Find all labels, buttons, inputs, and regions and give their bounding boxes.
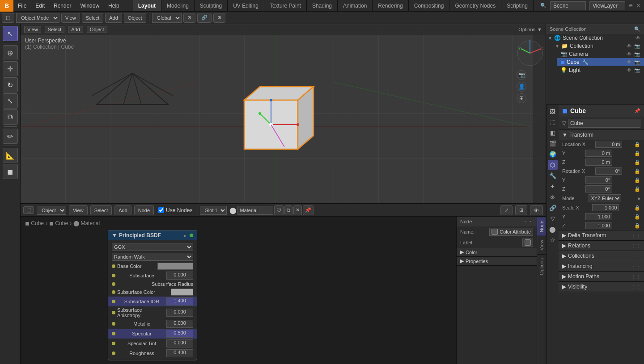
select-btn[interactable]: Select — [82, 13, 104, 23]
node-canvas[interactable]: ◼ Cube › ◼ Cube › ⬤ Material ▼ Principle… — [21, 217, 456, 364]
scene-name-input[interactable] — [550, 1, 586, 10]
mat-copy-btn[interactable]: ⧉ — [284, 205, 292, 215]
node-tab[interactable]: Node — [537, 217, 546, 236]
tab-geometry-nodes[interactable]: Geometry Nodes — [449, 0, 501, 11]
base-color-field[interactable] — [157, 263, 193, 270]
tab-texture-paint[interactable]: Texture Paint — [264, 0, 307, 11]
subsurface-value[interactable]: 0.000 — [166, 272, 193, 280]
output-props-icon[interactable]: ⬚ — [548, 117, 558, 127]
node-select-menu[interactable]: Select — [90, 205, 112, 215]
material-name-input[interactable] — [237, 206, 273, 215]
annotate-tool[interactable]: ✏ — [3, 129, 18, 144]
collection-item[interactable]: ▼ 📁 Collection 👁 📷 — [551, 42, 644, 50]
rot-lock-z[interactable]: 🔒 — [634, 186, 640, 192]
visibility-header[interactable]: ▶ Visibility ⋮⋮ — [559, 282, 644, 292]
bsdf-row-subsurf-ior[interactable]: Subsurface IOR 1.400 — [108, 297, 197, 306]
bsdf-row-specular[interactable]: Specular 0.500 — [108, 329, 197, 339]
scale-x-value[interactable]: 1.000 — [592, 204, 619, 211]
metallic-value[interactable]: 0.000 — [166, 320, 193, 328]
bsdf-collapse-arrow[interactable]: ▼ — [112, 232, 117, 238]
delta-more[interactable]: ⋮⋮ — [631, 233, 640, 238]
view-btn[interactable]: View — [61, 13, 80, 23]
collections-header[interactable]: ▶ Collections ⋮⋮ — [559, 251, 644, 261]
3d-viewport[interactable]: View Select Add Object Options ▼ User Pe… — [21, 24, 546, 203]
tab-uv-editing[interactable]: UV Editing — [228, 0, 264, 11]
slot-select[interactable]: Slot 1 — [200, 206, 227, 215]
world-props-icon[interactable]: 🌍 — [548, 149, 558, 159]
scale-lock-x[interactable]: 🔒 — [634, 205, 640, 211]
outliner-filter[interactable]: 🔍 — [634, 26, 640, 32]
object-menu-btn[interactable]: Object — [87, 26, 107, 33]
view-menu-btn[interactable]: View — [24, 26, 41, 33]
camera-eye[interactable]: 👁 — [627, 51, 631, 57]
camera-render[interactable]: 📷 — [634, 51, 640, 57]
proportional-btn[interactable]: ⊛ — [213, 13, 225, 23]
tab-modeling[interactable]: Modeling — [161, 0, 195, 11]
motion-paths-header[interactable]: ▶ Motion Paths ⋮⋮ — [559, 272, 644, 281]
coll-render[interactable]: 📷 — [634, 43, 640, 49]
lock-y-icon[interactable]: 🔒 — [634, 151, 640, 156]
light-item[interactable]: 💡 Light 👁 📷 — [557, 66, 644, 74]
data-props-icon[interactable]: ▽ — [548, 213, 558, 223]
instancing-more[interactable]: ⋮⋮ — [631, 264, 640, 269]
pin-icon[interactable]: 📌 — [634, 108, 640, 114]
menu-render[interactable]: Render — [49, 0, 76, 11]
light-render[interactable]: 📷 — [634, 67, 640, 73]
node-panel-props-section[interactable]: ▶ Properties — [457, 257, 537, 266]
particles-props-icon[interactable]: ✦ — [548, 181, 558, 191]
motion-more[interactable]: ⋮⋮ — [631, 274, 640, 279]
menu-edit[interactable]: Edit — [31, 0, 49, 11]
rot-lock-x[interactable]: 🔒 — [634, 168, 640, 174]
transform-select[interactable]: Global Local — [152, 13, 182, 23]
node-fit-btn[interactable]: ⤢ — [500, 205, 513, 215]
person-view-btn[interactable]: 👤 — [517, 82, 526, 92]
rotate-tool[interactable]: ↻ — [3, 77, 18, 92]
specular-tint-value[interactable]: 0.000 — [166, 339, 193, 347]
specular-value[interactable]: 0.500 — [166, 330, 193, 338]
object-btn[interactable]: Object — [124, 13, 146, 23]
scale-lock-y[interactable]: 🔒 — [634, 214, 640, 220]
mat-shield-btn[interactable]: 🛡 — [274, 205, 284, 215]
object-props-icon[interactable]: ⬡ — [548, 160, 558, 170]
node-overlay-btn[interactable]: ⊞ — [515, 205, 527, 215]
measure-tool[interactable]: 📐 — [3, 148, 18, 163]
scale-z-value[interactable]: 1.000 — [585, 222, 612, 229]
scene-props-icon[interactable]: 🎬 — [548, 138, 558, 148]
subsurf-aniso-value[interactable]: 0.000 — [166, 309, 193, 317]
view-layer-input[interactable] — [589, 1, 625, 10]
physics-props-icon[interactable]: ⊛ — [548, 192, 558, 202]
node-mode-select[interactable]: Object — [37, 206, 66, 215]
view-layer-props-icon[interactable]: ◧ — [548, 128, 558, 138]
scale-lock-z[interactable]: 🔒 — [634, 223, 640, 229]
select-tool[interactable]: ↖ — [3, 26, 18, 41]
modifier-props-icon[interactable]: 🔧 — [548, 171, 558, 180]
cube-outliner-item[interactable]: ◼ Cube 🔧 👁 📷 — [557, 58, 644, 66]
loc-x-value[interactable]: 0 m — [595, 141, 622, 148]
shader-props-icon[interactable]: ☆ — [548, 235, 558, 245]
rot-y-value[interactable]: 0° — [585, 176, 612, 184]
coll-eye[interactable]: 👁 — [627, 43, 631, 49]
object-mode-select[interactable]: Object Mode — [16, 13, 59, 23]
tab-rendering[interactable]: Rendering — [373, 0, 408, 11]
rot-x-value[interactable]: 0° — [595, 167, 622, 175]
add-menu-btn[interactable]: Add — [68, 26, 83, 33]
loc-y-value[interactable]: 0 m — [585, 150, 612, 157]
delta-transform-header[interactable]: ▶ Delta Transform ⋮⋮ — [559, 230, 644, 240]
light-eye[interactable]: 👁 — [627, 67, 631, 73]
view-tab[interactable]: View — [537, 236, 546, 254]
node-panel-more[interactable]: ⋮⋮ — [523, 219, 533, 225]
snap-btn[interactable]: 🔗 — [197, 13, 212, 23]
grid-view-btn[interactable]: ⊞ — [517, 93, 526, 103]
relations-header[interactable]: ▶ Relations ⋮⋮ — [559, 241, 644, 251]
tab-shading[interactable]: Shading — [307, 0, 338, 11]
tab-animation[interactable]: Animation — [338, 0, 373, 11]
use-nodes-checkbox[interactable] — [158, 207, 164, 213]
material-props-icon[interactable]: ⬤ — [548, 224, 558, 234]
transform-more[interactable]: ⋮⋮ — [631, 133, 640, 138]
visibility-more[interactable]: ⋮⋮ — [631, 285, 640, 289]
rotation-mode-select[interactable]: XYZ Euler — [589, 194, 621, 202]
node-panel-name-value[interactable]: Color Attribute — [489, 228, 533, 236]
node-view-menu[interactable]: View — [69, 205, 88, 215]
transform-header[interactable]: ▼ Transform ⋮⋮ — [559, 130, 644, 140]
cursor-tool[interactable]: ⊕ — [3, 45, 18, 60]
